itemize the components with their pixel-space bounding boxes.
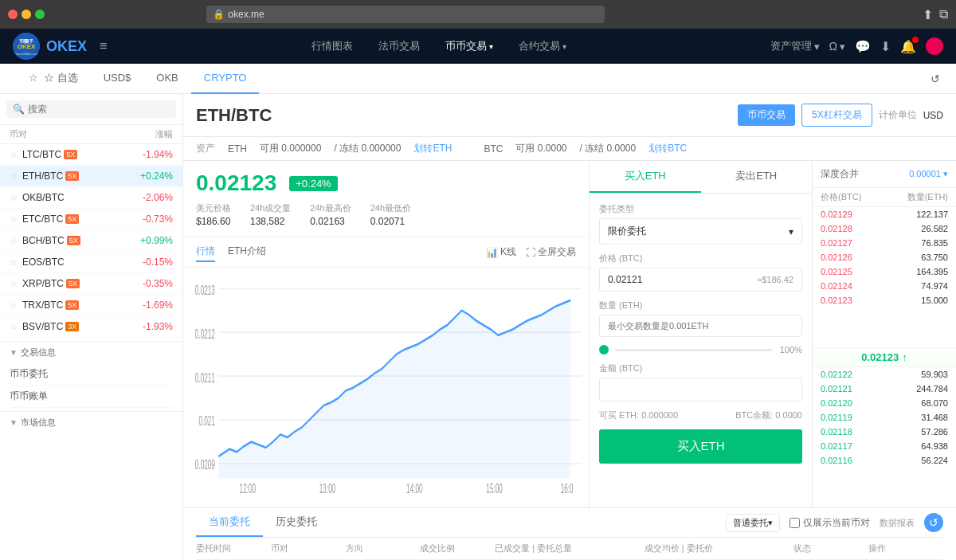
depth-precision[interactable]: 0.00001 ▾ [909,169,948,179]
chat-icon[interactable]: 💬 [855,39,871,54]
data-report-link[interactable]: 数据报表 [880,517,915,529]
star-xrpbtc[interactable]: ☆ [10,279,18,289]
depth-buy-row-1[interactable]: 0.02122 59.903 [813,367,956,382]
order-type-select[interactable]: 限价委托 ▾ [599,218,802,245]
tab-sell-eth[interactable]: 卖出ETH [701,161,813,193]
nav-contract-trade[interactable]: 合约交易 ▾ [506,29,579,64]
tab-buy-eth[interactable]: 买入ETH [590,161,701,193]
depth-precision-arrow: ▾ [943,169,948,178]
avatar[interactable] [926,37,943,55]
sidebar-item-etcbtc[interactable]: ☆ ETC/BTC 5X -0.73% [0,209,182,230]
sidebar-item-ethbtc[interactable]: ☆ ETH/BTC 5X +0.24% [0,166,182,187]
sidebar-item-eosbtc[interactable]: ☆ EOS/BTC -0.15% [0,252,182,273]
order-type-filter[interactable]: 普通委托 ▾ [726,514,780,532]
sidebar-item-xrpbtc[interactable]: ☆ XRP/BTC 5X -0.35% [0,273,182,295]
depth-buy-row-2[interactable]: 0.02121 244.784 [813,382,956,396]
close-dot[interactable] [8,10,18,19]
star-bchbtc[interactable]: ☆ [10,236,18,246]
nav-coin-trade[interactable]: 币币交易 ▾ [433,29,506,64]
qty-input[interactable] [608,321,793,331]
coin-trade-button[interactable]: 币币交易 [738,104,795,126]
bell-notification[interactable]: 🔔 [900,39,916,54]
star-eosbtc[interactable]: ☆ [10,257,18,268]
tab-history-orders[interactable]: 历史委托 [263,508,330,537]
star-ethbtc[interactable]: ☆ [10,171,18,182]
star-etcbtc[interactable]: ☆ [10,214,18,225]
share-icon[interactable]: ⬆ [923,7,933,22]
depth-buy-row-7[interactable]: 0.02116 56.224 [813,453,956,468]
depth-sell-row-1[interactable]: 0.02129 122.137 [813,207,956,221]
order-type-arrow: ▾ [789,226,793,237]
sidebar-link-coin-order[interactable]: 币币委托 [10,363,173,386]
depth-buy-row-3[interactable]: 0.02120 68.070 [813,396,956,410]
subnav-okb[interactable]: OKB [143,64,190,94]
depth-sell-row-4[interactable]: 0.02126 63.750 [813,250,956,264]
asset-mgmt-link[interactable]: 资产管理 ▾ [770,39,820,53]
sub-nav-refresh[interactable]: ↺ [931,72,940,85]
maximize-dot[interactable] [35,10,45,19]
sidebar-item-ltcbtc[interactable]: ☆ LTC/BTC 5X -1.94% [0,144,182,166]
depth-sell-row-6[interactable]: 0.02124 74.974 [813,279,956,293]
sidebar-link-coin-ledger[interactable]: 币币账单 [10,386,173,408]
depth-buy-row-4[interactable]: 0.02119 31.468 [813,410,956,425]
depth-sell-row-7[interactable]: 0.02123 15.000 [813,293,956,307]
sidebar-item-okbbtc[interactable]: ☆ OKB/BTC -2.06% [0,187,182,209]
sidebar-item-bsvbtc[interactable]: ☆ BSV/BTC 3X -1.93% [0,316,182,338]
usd-price-value: $186.60 [196,216,231,227]
slider-track[interactable] [615,349,772,351]
user-menu[interactable]: Ω ▾ [829,40,845,53]
pair-bchbtc: BCH/BTC 5X [22,235,140,246]
leverage-trade-button[interactable]: 5X杠杆交易 [801,104,872,127]
chart-area: 0.02123 +0.24% 美元价格 $186.60 24h成交量 138,5… [183,161,590,507]
hamburger-icon[interactable]: ≡ [100,39,107,53]
nav-fiat-trade[interactable]: 法币交易 [366,29,433,64]
search-box[interactable]: 🔍 [6,100,176,118]
depth-sell-row-3[interactable]: 0.02127 76.835 [813,236,956,250]
current-pair-checkbox[interactable] [789,518,800,528]
sell-price-2: 0.02128 [821,224,852,233]
fullscreen-btn[interactable]: ⛶ 全屏交易 [526,245,576,259]
tab-market[interactable]: 行情 [196,242,215,262]
th-filled-total: 已成交量 | 委托总量 [495,542,645,554]
star-okbbtc[interactable]: ☆ [10,193,18,203]
star-bsvbtc[interactable]: ☆ [10,322,18,332]
new-tab-icon[interactable]: ⧉ [939,7,948,22]
price-input[interactable] [608,274,757,285]
chart-icon: 📊 [486,247,498,258]
sidebar-col-headers: 币对 涨幅 [0,125,182,144]
buy-price-4: 0.02119 [821,413,852,422]
subnav-favorites[interactable]: ☆ ☆ 自选 [16,64,91,94]
minimize-dot[interactable] [22,10,31,19]
search-input[interactable] [28,104,170,115]
subnav-crypto[interactable]: CRYPTO [191,64,260,94]
depth-sell-row-2[interactable]: 0.02128 26.582 [813,221,956,236]
subnav-usd[interactable]: USD$ [91,64,144,94]
url-bar[interactable]: 🔒 okex.me [206,6,605,23]
amount-input[interactable] [608,384,793,395]
tab-intro[interactable]: ETH介绍 [228,242,266,262]
th-fill-ratio: 成交比例 [420,542,495,554]
bottom-area: 当前委托 历史委托 普通委托 ▾ 仅展示当前币对 数据报表 ↺ 委托时间 [183,507,956,560]
current-pair-filter[interactable]: 仅展示当前币对 [789,516,870,530]
btc-balance: BTC余额: 0.0000 [735,409,802,421]
slider-dot[interactable] [599,345,609,354]
bottom-refresh-icon[interactable]: ↺ [924,513,943,532]
nav-market-chart[interactable]: 行情图表 [299,29,366,64]
sell-price-1: 0.02129 [821,210,852,219]
buy-eth-button[interactable]: 买入ETH [599,429,802,464]
download-icon[interactable]: ⬇ [880,39,891,54]
depth-sell-row-5[interactable]: 0.02125 164.395 [813,264,956,279]
star-ltcbtc[interactable]: ☆ [10,150,18,160]
tab-current-orders[interactable]: 当前委托 [196,508,263,537]
kline-btn[interactable]: 📊 K线 [486,245,516,259]
depth-buy-row-6[interactable]: 0.02117 64.938 [813,439,956,453]
triangle-icon-market: ▼ [10,418,18,427]
asset-eth-transfer-link[interactable]: 划转ETH [413,142,452,155]
sidebar-item-trxbtc[interactable]: ☆ TRX/BTC 5X -1.69% [0,295,182,316]
sidebar-item-bchbtc[interactable]: ☆ BCH/BTC 5X +0.99% [0,230,182,252]
depth-buy-row-5[interactable]: 0.02118 57.286 [813,425,956,439]
asset-btc-transfer-link[interactable]: 划转BTC [648,142,687,155]
change-ethbtc: +0.24% [140,170,173,182]
change-bchbtc: +0.99% [140,235,173,246]
star-trxbtc[interactable]: ☆ [10,300,18,311]
